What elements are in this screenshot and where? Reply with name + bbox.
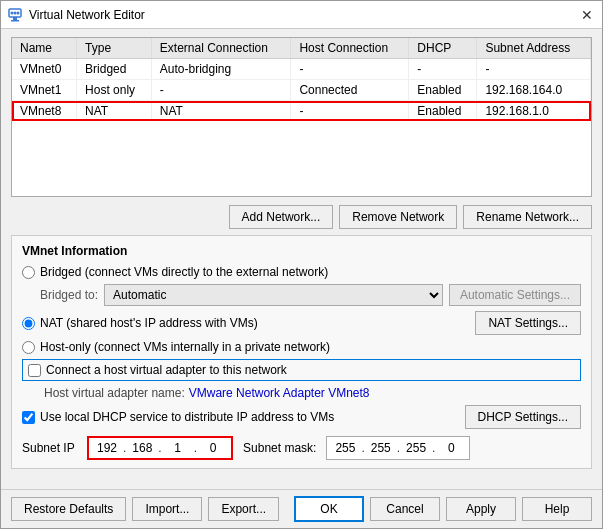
row-type: NAT	[77, 101, 152, 122]
row-host: Connected	[291, 80, 409, 101]
svg-point-5	[14, 11, 17, 14]
subnet-mask-label: Subnet mask:	[243, 441, 316, 455]
col-host: Host Connection	[291, 38, 409, 59]
radio-nat-label[interactable]: NAT (shared host's IP address with VMs)	[40, 316, 258, 330]
bottom-right-buttons: OK Cancel Apply Help	[294, 496, 592, 522]
radio-hostonly[interactable]	[22, 341, 35, 354]
subnet-ip-octet2[interactable]	[128, 441, 156, 455]
nat-row: NAT (shared host's IP address with VMs) …	[22, 311, 581, 335]
row-type: Bridged	[77, 59, 152, 80]
connect-adapter-label[interactable]: Connect a host virtual adapter to this n…	[46, 363, 287, 377]
subnet-sep-1: .	[123, 441, 126, 455]
bottom-left-buttons: Restore Defaults Import... Export...	[11, 497, 279, 521]
subnet-mask-octet3[interactable]	[402, 441, 430, 455]
row-name: VMnet1	[12, 80, 77, 101]
row-external: -	[151, 80, 291, 101]
subnet-sep-2: .	[158, 441, 161, 455]
bridged-to-row: Bridged to: Automatic Automatic Settings…	[40, 284, 581, 306]
restore-defaults-button[interactable]: Restore Defaults	[11, 497, 126, 521]
dhcp-label[interactable]: Use local DHCP service to distribute IP …	[40, 410, 334, 424]
row-subnet: 192.168.164.0	[477, 80, 591, 101]
cancel-button[interactable]: Cancel	[370, 497, 440, 521]
row-host: -	[291, 101, 409, 122]
table-buttons: Add Network... Remove Network Rename Net…	[11, 205, 592, 229]
subnet-mask-octet4[interactable]	[437, 441, 465, 455]
radio-bridged-label[interactable]: Bridged (connect VMs directly to the ext…	[40, 265, 328, 279]
ok-button[interactable]: OK	[294, 496, 364, 522]
title-bar-left: Virtual Network Editor	[7, 7, 145, 23]
auto-settings-button[interactable]: Automatic Settings...	[449, 284, 581, 306]
apply-button[interactable]: Apply	[446, 497, 516, 521]
subnet-sep-3: .	[194, 441, 197, 455]
network-icon	[7, 7, 23, 23]
adapter-name-value: VMware Network Adapter VMnet8	[189, 386, 370, 400]
dhcp-settings-button[interactable]: DHCP Settings...	[465, 405, 581, 429]
subnet-mask-octet1[interactable]	[331, 441, 359, 455]
bridged-to-label: Bridged to:	[40, 288, 98, 302]
row-dhcp: -	[409, 59, 477, 80]
col-name: Name	[12, 38, 77, 59]
col-subnet: Subnet Address	[477, 38, 591, 59]
table-row[interactable]: VMnet1 Host only - Connected Enabled 192…	[12, 80, 591, 101]
radio-nat[interactable]	[22, 317, 35, 330]
export-button[interactable]: Export...	[208, 497, 279, 521]
svg-point-4	[17, 11, 20, 14]
help-button[interactable]: Help	[522, 497, 592, 521]
svg-rect-1	[13, 17, 17, 20]
vmnet-info-title: VMnet Information	[22, 244, 581, 258]
col-external: External Connection	[151, 38, 291, 59]
row-subnet: 192.168.1.0	[477, 101, 591, 122]
table-row-selected[interactable]: VMnet8 NAT NAT - Enabled 192.168.1.0	[12, 101, 591, 122]
subnet-ip-octet1[interactable]	[93, 441, 121, 455]
subnet-mask-octet2[interactable]	[367, 441, 395, 455]
nat-row-left: NAT (shared host's IP address with VMs)	[22, 316, 258, 330]
row-name: VMnet0	[12, 59, 77, 80]
subnet-mask-box: . . .	[326, 436, 470, 460]
connect-adapter-checkbox[interactable]	[28, 364, 41, 377]
table-row[interactable]: VMnet0 Bridged Auto-bridging - - -	[12, 59, 591, 80]
radio-hostonly-label[interactable]: Host-only (connect VMs internally in a p…	[40, 340, 330, 354]
row-dhcp: Enabled	[409, 80, 477, 101]
bottom-bar: Restore Defaults Import... Export... OK …	[1, 489, 602, 528]
rename-network-button[interactable]: Rename Network...	[463, 205, 592, 229]
row-external: Auto-bridging	[151, 59, 291, 80]
network-table: Name Type External Connection Host Conne…	[12, 38, 591, 121]
radio-bridged[interactable]	[22, 266, 35, 279]
subnet-ip-box: . . .	[87, 436, 233, 460]
radio-hostonly-row: Host-only (connect VMs internally in a p…	[22, 340, 581, 354]
dhcp-row: Use local DHCP service to distribute IP …	[22, 405, 581, 429]
dhcp-row-left: Use local DHCP service to distribute IP …	[22, 410, 334, 424]
subnet-ip-octet3[interactable]	[164, 441, 192, 455]
col-type: Type	[77, 38, 152, 59]
dhcp-checkbox[interactable]	[22, 411, 35, 424]
row-host: -	[291, 59, 409, 80]
row-dhcp: Enabled	[409, 101, 477, 122]
col-dhcp: DHCP	[409, 38, 477, 59]
import-button[interactable]: Import...	[132, 497, 202, 521]
main-content: Name Type External Connection Host Conne…	[1, 29, 602, 489]
connect-adapter-box: Connect a host virtual adapter to this n…	[22, 359, 581, 381]
radio-bridged-row: Bridged (connect VMs directly to the ext…	[22, 265, 581, 279]
svg-rect-2	[11, 20, 19, 22]
subnet-row: Subnet IP . . . Subnet mask: . .	[22, 436, 581, 460]
close-button[interactable]: ✕	[578, 6, 596, 24]
adapter-name-label: Host virtual adapter name:	[44, 386, 185, 400]
bridged-to-select[interactable]: Automatic	[104, 284, 443, 306]
mask-sep-1: .	[361, 441, 364, 455]
nat-settings-button[interactable]: NAT Settings...	[475, 311, 581, 335]
mask-sep-3: .	[432, 441, 435, 455]
title-bar: Virtual Network Editor ✕	[1, 1, 602, 29]
remove-network-button[interactable]: Remove Network	[339, 205, 457, 229]
row-subnet: -	[477, 59, 591, 80]
network-table-container: Name Type External Connection Host Conne…	[11, 37, 592, 197]
svg-point-3	[11, 11, 14, 14]
row-type: Host only	[77, 80, 152, 101]
subnet-ip-octet4[interactable]	[199, 441, 227, 455]
virtual-network-editor-window: Virtual Network Editor ✕ Name Type Exter…	[0, 0, 603, 529]
mask-sep-2: .	[397, 441, 400, 455]
vmnet-info-section: VMnet Information Bridged (connect VMs d…	[11, 235, 592, 469]
row-name: VMnet8	[12, 101, 77, 122]
adapter-name-row: Host virtual adapter name: VMware Networ…	[44, 386, 581, 400]
add-network-button[interactable]: Add Network...	[229, 205, 334, 229]
row-external: NAT	[151, 101, 291, 122]
